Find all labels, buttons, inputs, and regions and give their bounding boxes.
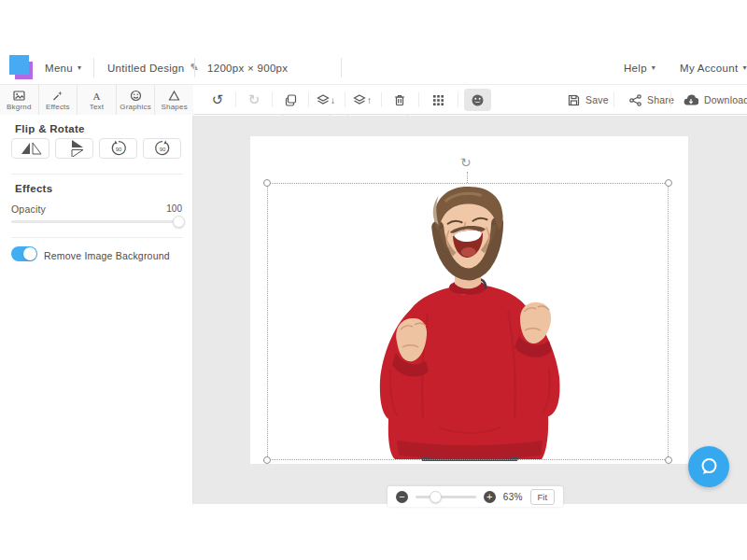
selection-box[interactable]	[267, 183, 669, 460]
delete-button[interactable]	[388, 85, 412, 115]
flip-vertical-button[interactable]	[55, 138, 93, 159]
remove-background-toggle[interactable]	[11, 246, 37, 261]
tab-label: Shapes	[162, 103, 188, 111]
chevron-down-icon: ▾	[652, 63, 655, 72]
header-divider	[93, 58, 94, 77]
menu-dropdown[interactable]: Menu ▾	[45, 51, 81, 84]
layers-icon	[317, 93, 330, 106]
toggle-knob	[23, 247, 36, 260]
triangle-icon	[168, 90, 180, 102]
grinning-smiley-icon	[471, 93, 485, 107]
opacity-slider-handle[interactable]	[173, 216, 185, 228]
selection-handle-top-left[interactable]	[263, 179, 271, 187]
grid-icon	[432, 94, 444, 106]
tab-label: Text	[90, 103, 104, 111]
opacity-value: 100	[166, 203, 182, 214]
share-button[interactable]: Share	[629, 85, 674, 115]
toolbar-divider	[458, 92, 458, 107]
workspace[interactable]: ↻ − + 63% Fit	[193, 116, 747, 504]
toolbar-divider	[418, 92, 419, 107]
logo-front-square	[9, 55, 29, 75]
copy-icon	[284, 93, 298, 107]
trash-icon	[393, 93, 406, 106]
tab-label: Graphics	[120, 103, 151, 111]
rotate-ccw-button[interactable]: 90	[99, 138, 137, 159]
flip-horizontal-button[interactable]	[11, 138, 49, 159]
download-button[interactable]: Download	[684, 85, 747, 115]
copy-button[interactable]	[278, 85, 303, 115]
grid-view-button[interactable]	[426, 85, 450, 115]
toolbar-divider	[235, 92, 236, 107]
app-logo-icon[interactable]	[9, 55, 35, 81]
menu-label: Menu	[45, 63, 73, 74]
help-chat-button[interactable]	[688, 446, 729, 487]
panel-divider	[11, 237, 183, 238]
sticker-tool-active-button[interactable]	[464, 89, 491, 111]
smiley-icon	[130, 90, 142, 102]
toolbar-divider	[670, 92, 671, 107]
tab-bkgrnd[interactable]: Bkgrnd	[0, 85, 39, 115]
flip-rotate-title: Flip & Rotate	[15, 123, 85, 134]
header-divider	[341, 58, 342, 77]
opacity-label: Opacity	[11, 203, 46, 215]
image-icon	[13, 90, 25, 102]
zoom-in-button[interactable]: +	[484, 491, 496, 503]
opacity-slider[interactable]	[11, 220, 183, 223]
fit-button[interactable]: Fit	[530, 489, 555, 505]
undo-button[interactable]: ↺	[205, 85, 230, 115]
rotate-handle-line	[467, 172, 468, 183]
toolbar-divider	[613, 92, 614, 107]
layers-icon	[353, 93, 366, 106]
undo-icon: ↺	[212, 91, 224, 108]
tab-shapes[interactable]: Shapes	[155, 85, 193, 115]
tab-label: Bkgrnd	[7, 103, 32, 111]
magic-wand-icon	[51, 90, 63, 102]
layer-up-button[interactable]: ↑	[350, 85, 374, 115]
toolbar-divider	[308, 92, 309, 107]
help-dropdown[interactable]: Help ▾	[624, 51, 655, 84]
redo-button[interactable]: ↻	[242, 85, 266, 115]
toolbar: Bkgrnd Effects A Text	[0, 84, 747, 115]
tab-label: Effects	[46, 103, 70, 111]
save-label: Save	[585, 94, 609, 105]
layer-down-button[interactable]: ↓	[314, 85, 338, 115]
selection-handle-top-right[interactable]	[665, 179, 672, 187]
chevron-down-icon: ▾	[78, 63, 81, 72]
selection-handle-bottom-left[interactable]	[263, 456, 271, 464]
share-nodes-icon	[629, 94, 641, 106]
zoom-out-button[interactable]: −	[396, 491, 408, 503]
dimensions-label: 1200px × 900px	[207, 63, 288, 74]
svg-text:90: 90	[115, 147, 121, 152]
edit-panel: Flip & Rotate 90	[0, 116, 193, 504]
svg-text:A: A	[93, 91, 101, 102]
selection-handle-bottom-right[interactable]	[665, 456, 672, 464]
tab-effects[interactable]: Effects	[39, 85, 78, 115]
canvas-dimensions: 1200px × 900px	[207, 51, 288, 84]
account-label: My Account	[680, 63, 738, 74]
remove-background-label: Remove Image Background	[44, 250, 170, 261]
flip-horizontal-icon	[19, 140, 43, 157]
flip-vertical-icon	[63, 140, 87, 157]
rotate-cw-button[interactable]: 90	[143, 138, 181, 159]
design-title-label: Untitled Design	[107, 63, 184, 74]
effects-title: Effects	[15, 183, 52, 194]
toolbar-divider	[272, 92, 273, 107]
design-title[interactable]: Untitled Design ✎	[107, 51, 199, 84]
tab-text[interactable]: A Text	[78, 85, 117, 115]
save-button[interactable]: Save	[568, 85, 609, 115]
rotate-handle-icon[interactable]: ↻	[460, 155, 472, 170]
redo-icon: ↻	[248, 91, 261, 108]
chevron-down-icon: ▾	[742, 63, 746, 72]
zoom-slider[interactable]	[416, 496, 476, 498]
save-floppy-icon	[568, 94, 580, 106]
cloud-download-icon	[684, 94, 698, 106]
tab-graphics[interactable]: Graphics	[117, 85, 156, 115]
zoom-percentage: 63%	[503, 492, 523, 502]
letter-a-icon: A	[91, 90, 103, 102]
rotate-cw-icon: 90	[153, 139, 172, 158]
account-dropdown[interactable]: My Account ▾	[680, 51, 747, 84]
zoom-slider-handle[interactable]	[430, 491, 442, 503]
svg-text:90: 90	[159, 147, 165, 152]
download-label: Download	[704, 94, 747, 105]
app-window: Menu ▾ Untitled Design ✎ 1200px × 900px …	[0, 0, 747, 560]
